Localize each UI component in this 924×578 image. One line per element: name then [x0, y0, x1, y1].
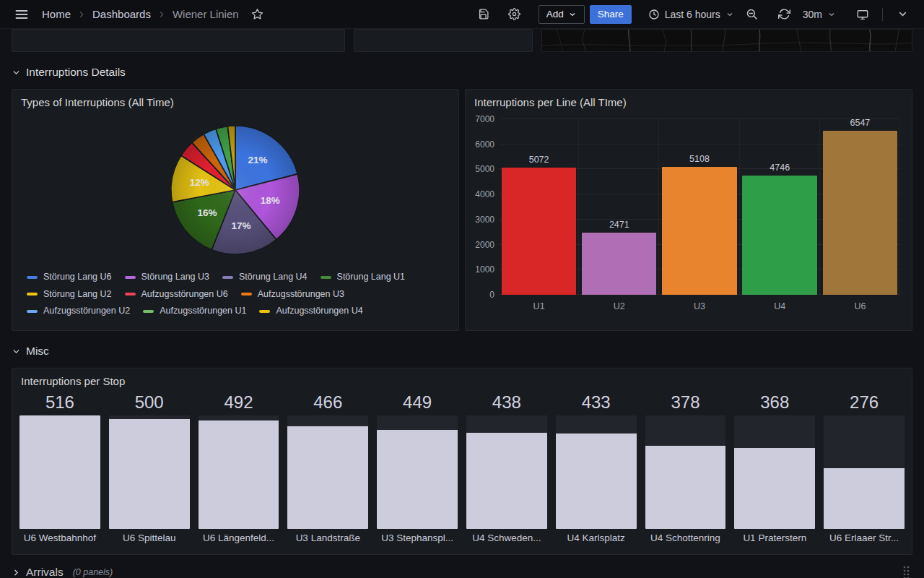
top-panels-row — [12, 29, 912, 52]
stops-panel-title[interactable]: Interruptions per Stop — [12, 368, 912, 387]
gauge-column[interactable]: 516U6 Westbahnhof — [19, 391, 100, 547]
kiosk-mode-icon[interactable] — [853, 4, 873, 25]
legend-swatch — [27, 310, 38, 313]
gauge-column[interactable]: 449U3 Stephanspl... — [377, 391, 458, 547]
bar-value-label: 4746 — [740, 163, 820, 173]
legend-item[interactable]: Störung Lang U4 — [222, 269, 308, 286]
gauge-column[interactable]: 466U3 Landstraße — [287, 391, 368, 547]
chevron-right-icon — [157, 9, 167, 20]
legend-item[interactable]: Aufzugsstörungen U4 — [259, 303, 362, 320]
dashboard-settings-icon[interactable] — [505, 4, 525, 25]
gauge-column[interactable]: 368U1 Praterstern — [734, 391, 815, 547]
legend-label: Störung Lang U6 — [43, 269, 112, 286]
gridline — [739, 119, 740, 295]
save-dashboard-icon[interactable] — [474, 4, 494, 25]
bar-value-label: 5108 — [659, 154, 739, 164]
gauge-track — [377, 415, 458, 529]
top-navbar: Home Dashboards Wiener Linien Add Share … — [0, 0, 924, 29]
breadcrumb-dashboards[interactable]: Dashboards — [92, 8, 151, 20]
legend-label: Aufzugsstörungen U1 — [160, 303, 246, 320]
navbar-actions: Add Share Last 6 hours 30m — [474, 4, 912, 25]
pie-chart: 21%18%17%16%12% — [12, 124, 458, 256]
gauge-category-label: U6 Erlaaer Str... — [824, 532, 905, 547]
panel-stub-middle[interactable] — [354, 29, 533, 52]
legend-item[interactable]: Störung Lang U2 — [27, 286, 112, 303]
gauge-category-label: U4 Schweden... — [466, 532, 547, 547]
legend-label: Störung Lang U3 — [141, 269, 210, 286]
pie-panel: Types of Interruptions (All Time) 21%18%… — [12, 89, 459, 331]
gauge-value: 438 — [466, 391, 547, 414]
share-button[interactable]: Share — [590, 5, 632, 24]
gauge-category-label: U3 Stephanspl... — [377, 532, 458, 547]
navbar-collapse-icon[interactable] — [892, 4, 912, 25]
row-header-misc[interactable]: Misc — [12, 341, 912, 361]
star-icon[interactable] — [248, 4, 268, 25]
row-header-arrivals[interactable]: Arrivals (0 panels) — [12, 562, 912, 578]
bar-value-label: 5072 — [499, 155, 579, 165]
add-panel-button[interactable]: Add — [539, 5, 585, 24]
pie-slice-percentage-label: 16% — [197, 207, 217, 218]
chevron-down-icon — [725, 10, 734, 19]
legend-item[interactable]: Aufzugsstörungen U3 — [241, 286, 344, 303]
menu-icon[interactable] — [12, 4, 32, 25]
gauge-value: 449 — [377, 391, 458, 414]
bar-U2[interactable] — [582, 233, 656, 295]
legend-item[interactable]: Störung Lang U6 — [27, 269, 112, 286]
bar-U1[interactable] — [502, 168, 576, 295]
gauge-column[interactable]: 378U4 Schottenring — [645, 391, 726, 547]
y-axis-tick-label: 5000 — [467, 164, 494, 174]
clock-icon — [648, 9, 660, 20]
gauge-column[interactable]: 492U6 Längenfeld... — [199, 391, 279, 547]
bar-U4[interactable] — [742, 176, 816, 295]
bar-chart-panel: Interruptions per Line (All TIme) 010002… — [465, 89, 912, 331]
pie-slice-percentage-label: 17% — [231, 220, 250, 231]
bar-panel-title[interactable]: Interruptions per Line (All TIme) — [466, 90, 912, 108]
add-panel-label: Add — [546, 9, 564, 20]
pie-shading — [171, 126, 300, 254]
pie-slice-percentage-label: 21% — [248, 155, 268, 165]
gauge-fill — [466, 433, 547, 529]
stops-panel: Interruptions per Stop 516U6 Westbahnhof… — [12, 368, 912, 555]
legend-label: Störung Lang U1 — [337, 269, 406, 286]
bar-U6[interactable] — [823, 131, 897, 295]
pie-chart-svg[interactable]: 21%18%17%16%12% — [169, 124, 302, 256]
legend-label: Störung Lang U2 — [43, 286, 112, 303]
gauge-value: 433 — [556, 391, 637, 414]
gauge-value: 492 — [199, 391, 279, 414]
refresh-interval-picker[interactable]: 30m — [800, 4, 839, 25]
breadcrumb-current[interactable]: Wiener Linien — [173, 8, 239, 20]
gauge-column[interactable]: 500U6 Spittelau — [109, 391, 190, 547]
row-header-interruptions-details[interactable]: Interruptions Details — [12, 62, 912, 82]
map-panel[interactable] — [541, 29, 912, 52]
row-panel-count: (0 panels) — [73, 567, 113, 577]
gauge-category-label: U6 Längenfeld... — [199, 532, 279, 547]
bar-U3[interactable] — [662, 167, 736, 295]
gridline — [899, 119, 900, 295]
breadcrumb-home[interactable]: Home — [42, 8, 71, 20]
legend-swatch — [259, 310, 270, 313]
gauge-column[interactable]: 276U6 Erlaaer Str... — [824, 391, 905, 547]
legend-item[interactable]: Aufzugsstörungen U6 — [125, 286, 228, 303]
y-axis-tick-label: 7000 — [467, 114, 494, 124]
panel-stub-left[interactable] — [12, 29, 345, 52]
drag-handle-icon[interactable] — [899, 562, 912, 578]
share-label: Share — [598, 9, 624, 20]
pie-panel-title[interactable]: Types of Interruptions (All Time) — [12, 90, 458, 108]
gauge-fill — [19, 415, 100, 529]
y-axis-tick-label: 6000 — [467, 139, 494, 150]
refresh-icon[interactable] — [775, 4, 795, 25]
x-axis-category-label: U3 — [659, 301, 739, 311]
legend-item[interactable]: Aufzugsstörungen U1 — [143, 303, 246, 320]
zoom-out-time-icon[interactable] — [742, 4, 762, 25]
time-range-picker[interactable]: Last 6 hours — [645, 4, 737, 25]
chevron-right-icon — [12, 568, 21, 577]
gauge-fill — [824, 468, 905, 529]
gridline — [819, 119, 820, 295]
gauge-column[interactable]: 433U4 Karlsplatz — [556, 391, 637, 547]
gauge-column[interactable]: 438U4 Schweden... — [466, 391, 547, 547]
gauge-value: 378 — [645, 391, 726, 414]
legend-item[interactable]: Störung Lang U1 — [321, 269, 406, 286]
legend-item[interactable]: Störung Lang U3 — [125, 269, 210, 286]
gauge-track — [19, 415, 100, 529]
legend-item[interactable]: Aufzugsstörungen U2 — [27, 303, 130, 320]
